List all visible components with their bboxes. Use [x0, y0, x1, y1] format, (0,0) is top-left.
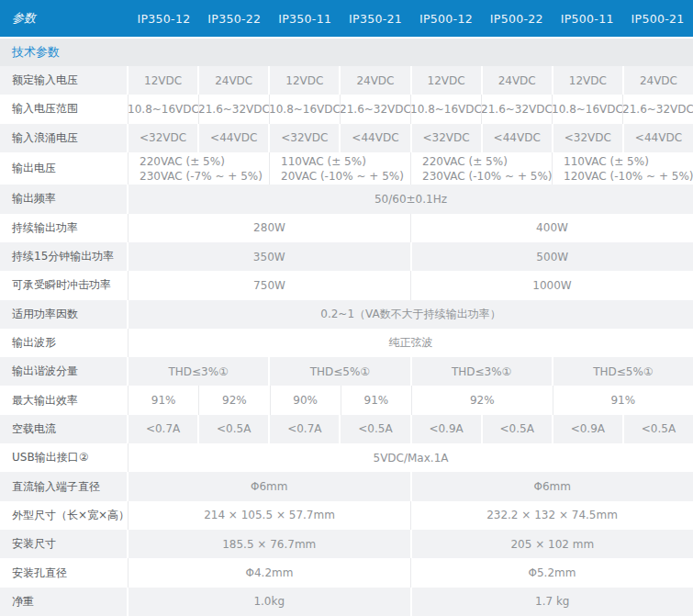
spec-value: Φ6mm [129, 472, 412, 500]
spec-value: <0.9A [412, 415, 483, 443]
spec-value-line: 230VAC (-7% ~ + 5%) [140, 169, 263, 184]
spec-value: 12VDC [553, 66, 624, 95]
spec-value: 1.0kg [129, 588, 412, 616]
spec-value-line: 110VAC (± 5%) [281, 154, 366, 169]
spec-value: <44VDC [341, 124, 411, 152]
spec-value: <44VDC [199, 124, 270, 152]
table-row: 输入电压范围10.8~16VDC21.6~32VDC10.8~16VDC21.6… [0, 95, 693, 123]
spec-value: <44VDC [483, 124, 553, 152]
spec-value: 24VDC [624, 66, 693, 95]
spec-value-line: 230VAC (-10% ~ + 5%) [422, 169, 553, 184]
table-body: 额定输入电压12VDC24VDC12VDC24VDC12VDC24VDC12VD… [0, 66, 693, 616]
spec-value-line: 110VAC (± 5%) [564, 154, 649, 169]
section-header-row: 技术参数 [0, 37, 693, 66]
spec-value: <0.7A [129, 415, 199, 443]
spec-value: 21.6~32VDC [199, 95, 270, 123]
table-row: 安装孔直径Φ4.2mmΦ5.2mm [0, 558, 693, 587]
spec-value: 205 × 102 mm [412, 530, 693, 558]
spec-value: <44VDC [624, 124, 693, 152]
spec-value: 10.8~16VDC [553, 95, 623, 123]
spec-label: 安装孔直径 [0, 558, 129, 587]
param-header-cell: 参数 [0, 10, 129, 27]
spec-value: Φ4.2mm [129, 558, 411, 587]
spec-label: 输出波形 [0, 329, 129, 357]
spec-value: 220VAC (± 5%)230VAC (-10% ~ + 5%) [411, 152, 553, 185]
table-row: 可承受瞬时冲击功率750W1000W [0, 271, 693, 299]
spec-value-line: 20VAC (-10% ~ + 5%) [281, 169, 404, 184]
model-header-ip350-21: IP350-21 [341, 12, 411, 26]
spec-value: <0.5A [341, 415, 411, 443]
spec-label: 适用功率因数 [0, 300, 129, 329]
table-row: 适用功率因数0.2~1（VA数不大于持续输出功率） [0, 300, 693, 329]
spec-value: 232.2 × 132 × 74.5mm [411, 501, 693, 530]
spec-value: 110VAC (± 5%)120VAC (-10% ~ + 5%) [553, 152, 693, 185]
spec-label: 最大输出效率 [0, 386, 129, 414]
spec-value: 400W [411, 214, 693, 242]
model-header-ip500-21: IP500-21 [622, 12, 693, 26]
spec-value: 21.6~32VDC [341, 95, 411, 123]
table-row: 持续15分钟输出功率350W500W [0, 242, 693, 271]
spec-value: 91% [553, 386, 693, 414]
spec-value: 91% [129, 386, 199, 414]
spec-label: 输出谐波分量 [0, 357, 129, 386]
table-row: 输出波形纯正弦波 [0, 329, 693, 357]
spec-value: <32VDC [129, 124, 199, 152]
spec-label: 输出电压 [0, 152, 129, 185]
spec-value: 110VAC (± 5%)20VAC (-10% ~ + 5%) [270, 152, 411, 185]
spec-value: THD≤3%① [129, 357, 270, 386]
table-row: 直流输入端子直径Φ6mmΦ6mm [0, 472, 693, 500]
spec-value: <32VDC [412, 124, 483, 152]
spec-value-line: 220VAC (± 5%) [422, 154, 508, 169]
model-header-ip350-22: IP350-22 [199, 12, 270, 26]
model-header-ip500-22: IP500-22 [481, 12, 552, 26]
spec-value: 280W [129, 214, 411, 242]
spec-value: <32VDC [553, 124, 624, 152]
model-header-ip500-12: IP500-12 [411, 12, 482, 26]
spec-value: 750W [129, 271, 411, 299]
spec-value: 220VAC (± 5%)230VAC (-7% ~ + 5%) [129, 152, 270, 185]
table-row: 净重1.0kg1.7 kg [0, 588, 693, 616]
spec-table: 参数 IP350-12 IP350-22 IP350-11 IP350-21 I… [0, 0, 693, 616]
spec-value: 92% [412, 386, 553, 414]
spec-value: Φ6mm [412, 472, 693, 500]
spec-label: 额定输入电压 [0, 66, 129, 95]
table-row: 输出频率50/60±0.1Hz [0, 185, 693, 213]
spec-label: 输出频率 [0, 185, 129, 213]
spec-value: <32VDC [270, 124, 341, 152]
spec-value: 350W [129, 242, 412, 271]
spec-label: 空载电流 [0, 415, 129, 443]
spec-value: THD≤3%① [412, 357, 553, 386]
spec-value: 12VDC [412, 66, 483, 95]
spec-label: 输入浪涌电压 [0, 124, 129, 152]
spec-value-line: 220VAC (± 5%) [140, 154, 225, 169]
spec-value: Φ5.2mm [411, 558, 693, 587]
model-header-ip500-11: IP500-11 [552, 12, 622, 26]
spec-value: 500W [412, 242, 693, 271]
spec-value: <0.5A [483, 415, 553, 443]
table-row: 输出谐波分量THD≤3%①THD≤5%①THD≤3%①THD≤5%① [0, 357, 693, 386]
spec-value: THD≤5%① [270, 357, 411, 386]
spec-value: 1.7 kg [412, 588, 693, 616]
spec-value: <0.5A [624, 415, 693, 443]
spec-value: 12VDC [270, 66, 341, 95]
spec-value: 185.5 × 76.7mm [129, 530, 412, 558]
spec-value: 10.8~16VDC [129, 95, 199, 123]
table-row: 额定输入电压12VDC24VDC12VDC24VDC12VDC24VDC12VD… [0, 66, 693, 95]
model-header-ip350-11: IP350-11 [270, 12, 341, 26]
table-row: 输入浪涌电压<32VDC<44VDC<32VDC<44VDC<32VDC<44V… [0, 124, 693, 152]
spec-value: 1000W [411, 271, 693, 299]
table-row: USB输出接口②5VDC/Max.1A [0, 443, 693, 472]
model-header-ip350-12: IP350-12 [129, 12, 199, 26]
spec-value: 21.6~32VDC [623, 95, 693, 123]
spec-value: 50/60±0.1Hz [129, 185, 693, 213]
spec-value: 90% [271, 386, 341, 414]
section-title: 技术参数 [12, 44, 60, 61]
spec-label: 可承受瞬时冲击功率 [0, 271, 129, 299]
spec-value: <0.7A [270, 415, 341, 443]
spec-label: 持续输出功率 [0, 214, 129, 242]
spec-value: 10.8~16VDC [270, 95, 341, 123]
table-row: 外型尺寸（长×宽×高）214 × 105.5 × 57.7mm232.2 × 1… [0, 501, 693, 530]
spec-label: 输入电压范围 [0, 95, 129, 123]
table-row: 空载电流<0.7A<0.5A<0.7A<0.5A<0.9A<0.5A<0.9A<… [0, 415, 693, 443]
spec-value: 91% [341, 386, 412, 414]
